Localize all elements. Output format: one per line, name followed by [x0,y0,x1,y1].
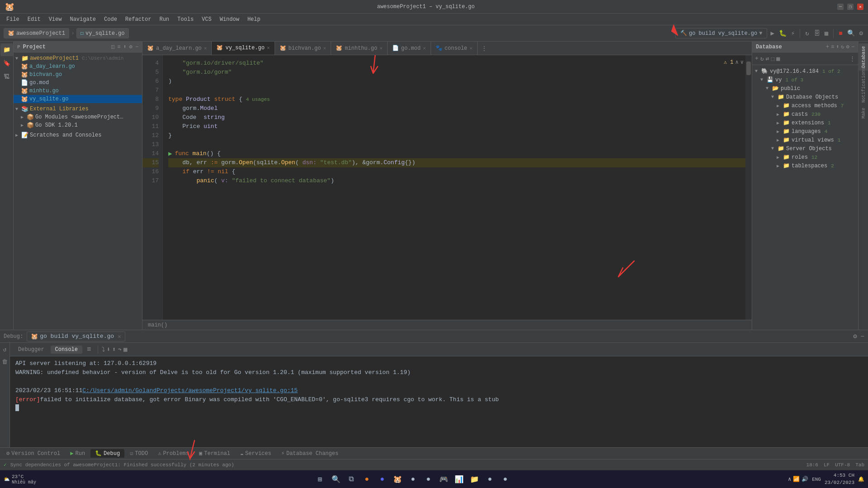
bottom-tab-db-changes[interactable]: ⚡ Database Changes [277,449,343,458]
step-into-icon[interactable]: ⬇ [107,346,110,353]
taskbar-app1[interactable]: 🐹 [391,473,404,486]
tab-more-button[interactable]: ⋮ [478,45,491,52]
db-layout-icon[interactable]: ≡ [831,44,834,50]
taskbar-search[interactable]: 🔍 [330,473,342,486]
console-format-icon[interactable]: ≡ [84,345,94,355]
db-name[interactable]: ▼ 💾 vy 1 of 3 [752,76,858,84]
db-toolbar-table[interactable]: ▦ [776,55,780,62]
tab-console[interactable]: 🐾 console ✕ [431,42,478,55]
db-toolbar-schema[interactable]: ⬚ [771,55,774,62]
scroll-bar[interactable] [745,55,752,320]
debug-button[interactable]: 🐛 [778,28,788,38]
maximize-button[interactable]: ❐ [847,4,854,10]
db-casts[interactable]: ▶ 📁 casts 230 [752,110,858,118]
tab-close-minhthu[interactable]: ✕ [379,45,383,51]
bottom-tab-run[interactable]: ▶ Run [66,449,90,458]
db-add-icon[interactable]: + [826,44,829,50]
bottom-tab-todo[interactable]: ☑ TODO [125,449,152,458]
project-header-icon4[interactable]: ⚙ [129,43,133,50]
tab-minhthu[interactable]: 🐹 minhthu.go ✕ [331,42,388,55]
volume-icon[interactable]: 🔊 [802,476,808,483]
db-roles[interactable]: ▶ 📁 roles 12 [752,153,858,161]
debug-session-close[interactable]: ✕ [118,333,121,340]
encoding-indicator[interactable]: UTF-8 [835,462,850,468]
file-breadcrumb[interactable]: ◻ vy_sqlite.go [76,28,129,38]
project-header-minimize[interactable]: − [135,44,138,50]
tree-item-external-libs[interactable]: ▼ 📚 External Libraries [14,105,142,113]
menu-refactor[interactable]: Refactor [122,15,155,24]
notifications-icon[interactable]: 🔔 [858,476,864,482]
tree-item-bichvan[interactable]: 🐹 bichvan.go [14,71,142,79]
project-breadcrumb[interactable]: 🐹 awesomeProject1 [4,28,69,38]
network-icon[interactable]: 📶 [793,476,800,483]
run-button[interactable]: ▶ [769,28,775,38]
db-extensions[interactable]: ▶ 📁 extensions 1 [752,118,858,127]
update-button[interactable]: ↻ [804,28,810,38]
project-header-icon2[interactable]: ≡ [117,44,120,50]
debug-minimize-icon[interactable]: − [861,333,864,340]
menu-run[interactable]: Run [156,15,173,24]
debug-trash-icon[interactable]: 🗑 [0,357,9,367]
bookmark-icon[interactable]: 🔖 [0,57,13,70]
db-settings-icon[interactable]: ⚙ [846,43,849,50]
console-output[interactable]: API server listening at: 127.0.0.1:62919… [10,356,868,447]
server-objects-section[interactable]: ▼ 📁 Server Objects [752,144,858,153]
db-sort-icon[interactable]: ⬆ [836,43,839,50]
db-tablespaces[interactable]: ▶ 📁 tablespaces 2 [752,161,858,170]
taskbar-multitask[interactable]: ⧉ [345,473,358,486]
menu-tools[interactable]: Tools [174,15,197,24]
db-objects-section[interactable]: ▼ 📁 Database Objects [752,93,858,101]
line-sep-indicator[interactable]: LF [824,462,830,468]
bottom-tab-services[interactable]: ☁ Services [236,449,276,458]
menu-file[interactable]: File [3,15,23,24]
tree-item-gomod[interactable]: 📄 go.mod [14,79,142,87]
menu-vcs[interactable]: VCS [198,15,215,24]
menu-view[interactable]: View [45,15,66,24]
bottom-tab-debug[interactable]: 🐛 Debug [90,449,124,458]
build-config-button[interactable]: 🔨 go build vy_sqlite.go ▼ [675,28,767,38]
project-icon[interactable]: 📁 [0,43,13,56]
db-toolbar-sync[interactable]: ⇄ [766,55,769,62]
step-over-icon[interactable]: ⤵ [102,346,105,353]
menu-navigate[interactable]: Navigate [66,15,100,24]
db-minimize-icon[interactable]: − [851,44,854,50]
db-access-methods[interactable]: ▶ 📁 access methods 7 [752,101,858,110]
taskbar-app3[interactable]: ● [422,473,435,486]
code-content[interactable]: "gorm.io/driver/sqlite" "gorm.io/gorm" )… [163,55,752,320]
db-toolbar-refresh[interactable]: ↻ [760,55,764,62]
stop-button[interactable]: ■ [837,28,844,38]
clock-widget[interactable]: 4:53 CH 23/02/2023 [825,472,854,486]
tree-item-go-modules[interactable]: ▶ 📦 Go Modules <awesomeProject… [14,113,142,121]
db-button[interactable]: 🗄 [812,28,821,38]
close-button[interactable]: ✕ [857,4,863,10]
file-link[interactable]: C:/Users/admin/GolandProjects/awesomePro… [82,386,298,395]
taskbar-app4[interactable]: 🎮 [437,473,450,486]
debugger-tab[interactable]: Debugger [14,346,49,354]
tree-item-vy-sqlite[interactable]: 🐹 vy_sqlite.go [14,95,142,103]
console-tab[interactable]: Console [51,346,82,354]
tree-item-a_day_learn[interactable]: 🐹 a_day_learn.go [14,62,142,71]
taskbar-windows-btn[interactable]: ⊞ [313,472,327,487]
db-toolbar-add[interactable]: + [755,55,759,62]
sys-arrow-icon[interactable]: ∧ [788,476,791,483]
coverage-button[interactable]: ⚡ [790,28,796,38]
table-button[interactable]: ▦ [823,28,830,38]
position-indicator[interactable]: 18:6 [806,462,818,468]
taskbar-app7[interactable]: ● [484,473,496,486]
tab-close-console[interactable]: ✕ [470,45,473,51]
search-button[interactable]: 🔍 [846,28,856,38]
db-toolbar-more[interactable]: ⋮ [849,55,855,62]
tree-item-go-sdk[interactable]: ▶ 📦 Go SDK 1.20.1 [14,121,142,129]
project-header-icon1[interactable]: ◫ [111,43,114,50]
tab-gomod[interactable]: 📄 go.mod ✕ [388,42,431,55]
menu-edit[interactable]: Edit [24,15,44,24]
menu-code[interactable]: Code [100,15,121,24]
structure-icon[interactable]: 🏗 [0,71,13,83]
debug-session-tab[interactable]: 🐹 go build vy_sqlite.go ✕ [27,332,125,341]
menu-help[interactable]: Help [244,15,264,24]
tree-root[interactable]: ▼ 📁 awesomeProject1 C:\Users\admin [14,54,142,62]
tab-vy-sqlite[interactable]: 🐹 vy_sqlite.go ✕ [212,42,275,55]
db-virtual-views[interactable]: ▶ 📁 virtual views 1 [752,136,858,144]
tab-make-vertical[interactable]: Make [859,99,868,127]
settings-button[interactable]: ⚙ [858,28,864,38]
